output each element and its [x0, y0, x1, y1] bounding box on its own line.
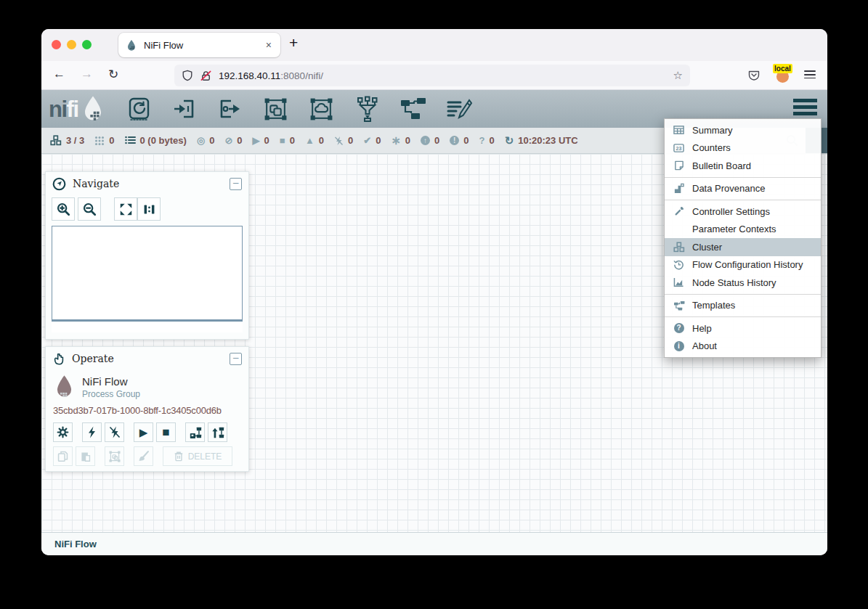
forward-icon[interactable]: →: [81, 67, 93, 81]
browser-tab[interactable]: NiFi Flow ×: [118, 33, 280, 57]
delete-button[interactable]: DELETE: [163, 446, 232, 466]
stopped-status: ■ 0: [280, 135, 295, 146]
output-port-icon[interactable]: [216, 95, 244, 123]
account-avatar[interactable]: local: [775, 65, 791, 83]
menu-item-cluster[interactable]: Cluster: [665, 238, 821, 256]
configure-gear-button[interactable]: [53, 422, 73, 442]
new-tab-button[interactable]: +: [289, 34, 298, 52]
global-menu-button[interactable]: [793, 99, 817, 118]
back-icon[interactable]: ←: [53, 67, 65, 81]
navigate-panel: Navigate −: [45, 171, 249, 340]
active-threads-status: 0: [94, 135, 114, 146]
chart-area-icon: [672, 277, 686, 287]
selected-component-name: NiFi Flow: [82, 375, 140, 388]
menu-separator: [665, 177, 821, 178]
running-status: ▶ 0: [253, 135, 269, 146]
transmitting-icon: ◎: [197, 135, 205, 146]
queued-status: 0 (0 bytes): [125, 135, 187, 146]
pocket-icon[interactable]: [747, 69, 760, 82]
stop-button[interactable]: ■: [156, 422, 176, 442]
svg-text:23: 23: [676, 146, 682, 151]
insecure-lock-icon[interactable]: [200, 70, 212, 82]
paste-button[interactable]: [76, 446, 95, 466]
threads-grid-icon: [94, 136, 105, 146]
counters-icon: 23: [672, 143, 686, 153]
menu-item-controller-settings[interactable]: Controller Settings: [665, 203, 821, 221]
bookmark-star-icon[interactable]: ☆: [673, 69, 683, 82]
menu-separator: [665, 200, 821, 200]
save-template-button[interactable]: [185, 422, 205, 442]
app-menu-icon[interactable]: [804, 70, 816, 81]
stale-status: ↑ 0: [421, 135, 439, 146]
group-button[interactable]: [105, 446, 124, 466]
menu-item-counters[interactable]: 23 Counters: [665, 139, 821, 158]
menu-item-flow-configuration-history[interactable]: Flow Configuration History: [665, 256, 821, 274]
enable-bolt-button[interactable]: [82, 422, 102, 442]
menu-item-bulletin-board[interactable]: Bulletin Board: [665, 157, 821, 175]
window-controls: [52, 40, 92, 49]
operate-title: Operate: [72, 353, 114, 364]
copy-button[interactable]: [53, 446, 73, 466]
nifi-logo: nifi: [49, 95, 106, 123]
menu-item-templates[interactable]: Templates: [665, 297, 821, 315]
not-transmitting-icon: ⊘: [224, 135, 232, 146]
running-icon: ▶: [253, 135, 260, 146]
minimize-window-button[interactable]: [67, 40, 76, 49]
sticky-note-icon: [672, 160, 686, 171]
shield-icon[interactable]: [182, 70, 193, 81]
navigate-tools: [52, 197, 243, 221]
menu-item-summary[interactable]: Summary: [665, 121, 821, 139]
tab-bar: NiFi Flow × +: [41, 29, 827, 61]
url-text[interactable]: 192.168.40.11:8080/nifi/: [219, 70, 323, 81]
locally-modified-status: ∗ 0: [391, 134, 410, 147]
up-arrow-circle-icon: ↑: [421, 136, 430, 145]
breadcrumb-root[interactable]: NiFi Flow: [54, 539, 97, 549]
funnel-icon[interactable]: [354, 95, 381, 123]
processor-icon[interactable]: [125, 95, 153, 123]
compass-icon: [52, 177, 66, 191]
logo-fi: fi: [67, 97, 78, 122]
zoom-fit-button[interactable]: [114, 197, 137, 221]
tab-close-icon[interactable]: ×: [264, 39, 273, 51]
tab-favicon-drop-icon: [126, 39, 137, 51]
operate-collapse-button[interactable]: −: [230, 353, 242, 365]
menu-item-parameter-contexts[interactable]: Parameter Contexts: [665, 221, 821, 239]
zoom-out-button[interactable]: [78, 197, 101, 221]
reload-icon[interactable]: ↻: [108, 67, 118, 82]
up-to-date-status: ✔ 0: [363, 135, 381, 146]
zoom-in-button[interactable]: [52, 197, 75, 221]
upload-template-button[interactable]: [208, 422, 227, 442]
refresh-icon[interactable]: ↻: [505, 134, 514, 147]
remote-process-group-icon[interactable]: [308, 95, 336, 123]
navigate-header: Navigate −: [46, 172, 248, 195]
menu-item-about[interactable]: i About: [665, 338, 821, 356]
question-icon: ?: [479, 135, 484, 146]
zoom-window-button[interactable]: [82, 40, 92, 49]
close-window-button[interactable]: [52, 40, 61, 49]
crossed-bolt-icon: [334, 136, 344, 146]
color-brush-button[interactable]: [134, 446, 153, 466]
account-badge: local: [773, 64, 792, 73]
connected-nodes-status: 3 / 3: [50, 135, 84, 146]
birdseye-minimap[interactable]: [52, 226, 243, 322]
menu-item-data-provenance[interactable]: Data Provenance: [665, 180, 821, 198]
process-group-icon[interactable]: [262, 95, 290, 123]
template-icon[interactable]: [399, 95, 427, 123]
input-port-icon[interactable]: [171, 95, 198, 123]
selected-component-id: 35cbd3b7-017b-1000-8bff-1c3405c00d6b: [53, 405, 248, 416]
start-button[interactable]: ▶: [134, 422, 153, 442]
operate-header: Operate −: [46, 347, 248, 370]
not-transmitting-status: ⊘ 0: [224, 135, 242, 146]
disable-crossed-bolt-button[interactable]: [105, 422, 124, 442]
navigate-collapse-button[interactable]: −: [230, 178, 242, 190]
label-icon[interactable]: [445, 95, 473, 123]
menu-item-help[interactable]: ? Help: [665, 319, 821, 338]
menu-item-node-status-history[interactable]: Node Status History: [665, 274, 821, 292]
transmitting-status: ◎ 0: [197, 135, 215, 146]
zoom-actual-button[interactable]: [137, 197, 161, 221]
selected-component: NiFi Flow Process Group: [54, 375, 248, 399]
operate-actions-row-1: ▶ ■: [53, 422, 248, 442]
wrench-icon: [672, 206, 686, 217]
locally-modified-and-stale-status: ! 0: [450, 135, 469, 146]
url-bar[interactable]: 192.168.40.11:8080/nifi/ ☆: [174, 65, 690, 86]
